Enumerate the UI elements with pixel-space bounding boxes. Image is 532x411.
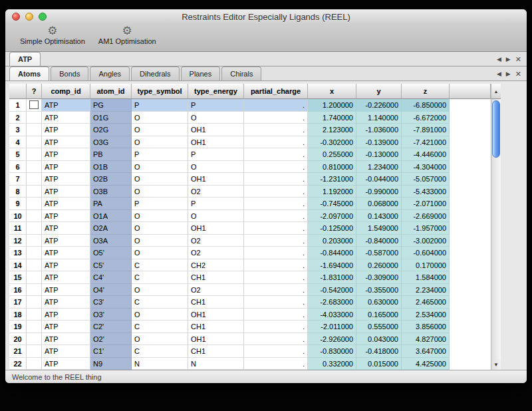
cell-z[interactable]: -6.850000 xyxy=(402,99,450,112)
cell-typesymbol[interactable]: C xyxy=(132,296,188,309)
cell-typesymbol[interactable]: C xyxy=(132,345,188,358)
cell-y[interactable]: 0.043000 xyxy=(356,333,402,346)
cell-compid[interactable]: ATP xyxy=(42,136,90,149)
cell-x[interactable]: 0.810000 xyxy=(308,161,356,174)
cell-compid[interactable]: ATP xyxy=(42,198,90,210)
cell-partialcharge[interactable]: . xyxy=(244,210,308,223)
cell-typeenergy[interactable]: O xyxy=(188,161,244,174)
cell-z[interactable]: 0.170000 xyxy=(402,259,450,272)
cell-z[interactable]: 4.425000 xyxy=(402,358,450,370)
cell-y[interactable]: -0.309000 xyxy=(356,271,402,284)
row-number[interactable]: 15 xyxy=(9,271,27,284)
cell-x[interactable]: -0.844000 xyxy=(308,247,356,259)
cell-[interactable] xyxy=(27,148,42,161)
row-number[interactable]: 18 xyxy=(9,309,27,321)
cell-compid[interactable]: ATP xyxy=(42,112,90,124)
cell-compid[interactable]: ATP xyxy=(42,358,90,370)
cell-[interactable] xyxy=(27,198,42,210)
cell-atomid[interactable]: O4' xyxy=(90,284,132,297)
cell-x[interactable]: -0.542000 xyxy=(308,284,356,297)
cell-typesymbol[interactable]: P xyxy=(132,198,188,210)
cell-y[interactable]: 0.630000 xyxy=(356,296,402,309)
tab-close-icon[interactable]: ✕ xyxy=(515,56,521,63)
cell-x[interactable]: -2.097000 xyxy=(308,210,356,223)
cell-x[interactable]: 1.200000 xyxy=(308,99,356,112)
cell-compid[interactable]: ATP xyxy=(42,284,90,297)
cell-typeenergy[interactable]: O xyxy=(188,112,244,124)
cell-atomid[interactable]: O3G xyxy=(90,136,132,149)
cell-partialcharge[interactable]: . xyxy=(244,296,308,309)
cell-atomid[interactable]: O1A xyxy=(90,210,132,223)
tab-scroll-right-icon[interactable]: ▶ xyxy=(506,70,511,77)
cell-compid[interactable]: ATP xyxy=(42,124,90,136)
cell-typesymbol[interactable]: C xyxy=(132,259,188,272)
cell-typeenergy[interactable]: N xyxy=(188,358,244,370)
zoom-window-button[interactable] xyxy=(39,13,47,21)
cell-partialcharge[interactable]: . xyxy=(244,321,308,333)
cell-[interactable] xyxy=(27,173,42,186)
row-number[interactable]: 22 xyxy=(9,358,27,370)
row-number[interactable]: 2 xyxy=(9,112,27,124)
cell-compid[interactable]: ATP xyxy=(42,309,90,321)
cell-x[interactable]: 0.332000 xyxy=(308,358,356,370)
cell-y[interactable]: -0.840000 xyxy=(356,235,402,247)
cell-partialcharge[interactable]: . xyxy=(244,136,308,149)
row-number[interactable]: 8 xyxy=(9,186,27,198)
cell-[interactable] xyxy=(27,186,42,198)
cell-partialcharge[interactable]: . xyxy=(244,333,308,346)
cell-z[interactable]: 3.856000 xyxy=(402,321,450,333)
minimize-window-button[interactable] xyxy=(25,13,33,21)
cell-[interactable] xyxy=(27,309,42,321)
cell-x[interactable]: 1.740000 xyxy=(308,112,356,124)
cell-typeenergy[interactable]: CH1 xyxy=(188,296,244,309)
cell-x[interactable]: -0.302000 xyxy=(308,136,356,149)
cell-typeenergy[interactable]: CH1 xyxy=(188,271,244,284)
cell-x[interactable]: 0.255000 xyxy=(308,148,356,161)
cell-x[interactable]: -2.011000 xyxy=(308,321,356,333)
row-number[interactable]: 12 xyxy=(9,235,27,247)
cell-atomid[interactable]: O2A xyxy=(90,222,132,235)
cell-partialcharge[interactable]: . xyxy=(244,186,308,198)
cell-partialcharge[interactable]: . xyxy=(244,124,308,136)
cell-atomid[interactable]: O3B xyxy=(90,186,132,198)
cell-partialcharge[interactable]: . xyxy=(244,222,308,235)
cell-typeenergy[interactable]: P xyxy=(188,198,244,210)
cell-compid[interactable]: ATP xyxy=(42,247,90,259)
cell-x[interactable]: -1.694000 xyxy=(308,259,356,272)
cell-compid[interactable]: ATP xyxy=(42,235,90,247)
cell-z[interactable]: -4.446000 xyxy=(402,148,450,161)
cell-partialcharge[interactable]: . xyxy=(244,271,308,284)
cell-x[interactable]: -2.683000 xyxy=(308,296,356,309)
cell-partialcharge[interactable]: . xyxy=(244,99,308,112)
cell-typeenergy[interactable]: O2 xyxy=(188,247,244,259)
cell-partialcharge[interactable]: . xyxy=(244,173,308,186)
cell-atomid[interactable]: C1' xyxy=(90,345,132,358)
am1-optimisation-button[interactable]: ⚙ AM1 Optimisation xyxy=(92,24,163,45)
cell-typesymbol[interactable]: O xyxy=(132,173,188,186)
cell-[interactable] xyxy=(27,333,42,346)
cell-x[interactable]: -2.926000 xyxy=(308,333,356,346)
cell-typeenergy[interactable]: OH1 xyxy=(188,333,244,346)
cell-typesymbol[interactable]: N xyxy=(132,358,188,370)
cell-atomid[interactable]: C2' xyxy=(90,321,132,333)
cell-y[interactable]: 1.549000 xyxy=(356,222,402,235)
column-header-blank[interactable] xyxy=(9,84,27,99)
simple-optimisation-button[interactable]: ⚙ Simple Optimisation xyxy=(13,24,92,45)
row-number[interactable]: 16 xyxy=(9,284,27,297)
cell-[interactable] xyxy=(27,112,42,124)
cell-y[interactable]: -0.990000 xyxy=(356,186,402,198)
cell-atomid[interactable]: C4' xyxy=(90,271,132,284)
row-number[interactable]: 7 xyxy=(9,173,27,186)
cell-typesymbol[interactable]: O xyxy=(132,284,188,297)
cell-[interactable] xyxy=(27,345,42,358)
row-number[interactable]: 19 xyxy=(9,321,27,333)
cell-typeenergy[interactable]: P xyxy=(188,99,244,112)
cell-typesymbol[interactable]: O xyxy=(132,210,188,223)
cell-typesymbol[interactable]: O xyxy=(132,235,188,247)
cell-atomid[interactable]: O2' xyxy=(90,333,132,346)
row-number[interactable]: 13 xyxy=(9,247,27,259)
cell-x[interactable]: -0.830000 xyxy=(308,345,356,358)
cell-atomid[interactable]: PB xyxy=(90,148,132,161)
tab-atoms[interactable]: Atoms xyxy=(9,67,49,80)
cell-z[interactable]: -2.071000 xyxy=(402,198,450,210)
